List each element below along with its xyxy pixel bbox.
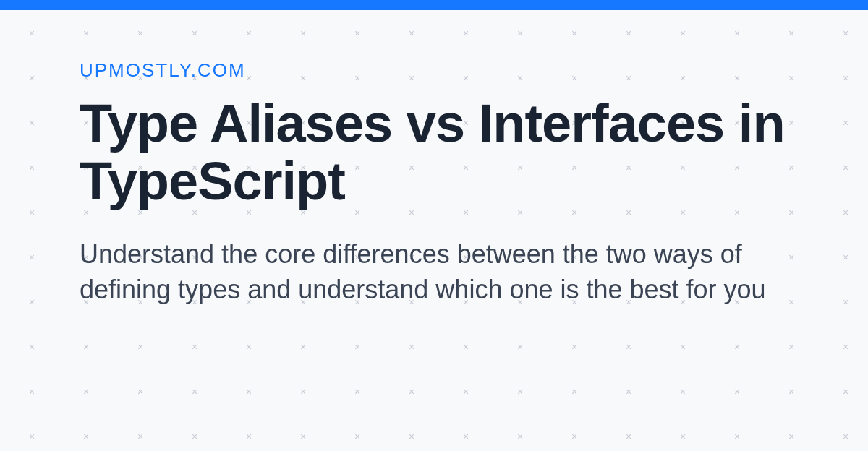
pattern-x-mark: × (734, 386, 740, 398)
pattern-x-mark: × (192, 386, 197, 398)
pattern-x-mark: × (300, 341, 306, 353)
pattern-x-mark: × (192, 431, 197, 442)
page-title: Type Aliases vs Interfaces in TypeScript (80, 95, 788, 210)
pattern-x-mark: × (246, 341, 252, 353)
pattern-x-mark: × (354, 386, 360, 398)
pattern-x-mark: × (680, 341, 686, 353)
page-description: Understand the core differences between … (80, 236, 788, 308)
pattern-x-mark: × (571, 341, 577, 353)
pattern-x-mark: × (843, 386, 848, 398)
pattern-x-mark: × (843, 431, 848, 442)
pattern-x-mark: × (137, 431, 143, 442)
pattern-x-mark: × (246, 386, 252, 398)
pattern-x-mark: × (843, 341, 848, 353)
pattern-x-mark: × (83, 431, 89, 442)
pattern-x-mark: × (83, 341, 89, 353)
pattern-x-mark: × (83, 386, 89, 398)
pattern-x-mark: × (788, 386, 794, 398)
pattern-x-mark: × (463, 386, 469, 398)
pattern-x-mark: × (300, 431, 306, 442)
site-name: UPMOSTLY.COM (80, 59, 788, 82)
pattern-x-mark: × (517, 341, 523, 353)
pattern-x-mark: × (517, 386, 523, 398)
pattern-x-mark: × (734, 431, 740, 442)
pattern-x-mark: × (192, 341, 197, 353)
pattern-x-mark: × (680, 386, 686, 398)
pattern-x-mark: × (571, 431, 577, 442)
pattern-x-mark: × (626, 431, 631, 442)
pattern-x-mark: × (354, 431, 360, 442)
pattern-x-mark: × (463, 341, 469, 353)
pattern-x-mark: × (626, 341, 631, 353)
pattern-x-mark: × (788, 431, 794, 442)
pattern-x-mark: × (354, 341, 360, 353)
pattern-x-mark: × (409, 341, 414, 353)
top-accent-bar (0, 0, 868, 10)
pattern-x-mark: × (29, 386, 35, 398)
pattern-x-mark: × (517, 431, 523, 442)
pattern-x-mark: × (300, 386, 306, 398)
pattern-x-mark: × (137, 341, 143, 353)
pattern-x-mark: × (571, 386, 577, 398)
pattern-x-mark: × (29, 431, 35, 442)
pattern-x-mark: × (409, 431, 414, 442)
pattern-x-mark: × (29, 341, 35, 353)
pattern-x-mark: × (463, 431, 469, 442)
content-container: UPMOSTLY.COM Type Aliases vs Interfaces … (0, 10, 868, 308)
pattern-x-mark: × (788, 341, 794, 353)
pattern-x-mark: × (680, 431, 686, 442)
pattern-x-mark: × (246, 431, 252, 442)
pattern-x-mark: × (734, 341, 740, 353)
pattern-x-mark: × (137, 386, 143, 398)
pattern-x-mark: × (626, 386, 631, 398)
pattern-x-mark: × (409, 386, 414, 398)
